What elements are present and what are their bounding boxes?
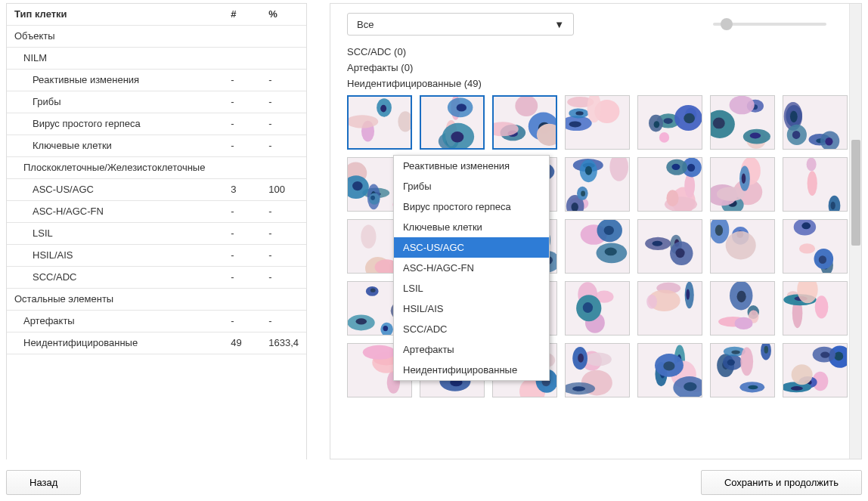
row-percent [261,157,306,179]
filter-dropdown[interactable]: Все ▼ [347,13,574,36]
category-label[interactable]: Артефакты (0) [347,62,849,73]
row-label: Грибы [7,91,223,113]
cell-thumbnail[interactable] [783,95,848,150]
cell-thumbnail[interactable] [565,219,630,274]
svg-point-123 [808,171,817,196]
row-percent: - [261,113,306,135]
slider-thumb[interactable] [721,18,733,30]
svg-point-2 [380,105,386,113]
cell-thumbnail[interactable] [783,219,848,274]
row-label: ASC-US/AGC [7,179,223,201]
back-button[interactable]: Назад [6,470,81,495]
row-label: Вирус простого герпеса [7,113,223,135]
context-menu-item[interactable]: Грибы [394,176,549,196]
scrollbar-thumb[interactable] [851,140,860,246]
row-count: - [223,245,261,267]
svg-point-128 [361,224,376,248]
svg-point-249 [585,352,612,366]
scrollbar[interactable] [849,4,861,459]
svg-point-269 [727,359,735,365]
row-percent [261,48,306,70]
save-continue-button[interactable]: Сохранить и продолжить [701,470,862,495]
category-label[interactable]: SCC/ADC (0) [347,46,849,57]
cell-thumbnail[interactable] [565,157,630,212]
row-count [223,48,261,70]
table-row[interactable]: Ключевые клетки-- [7,135,306,157]
row-label: HSIL/AIS [7,245,223,267]
row-count: - [223,223,261,245]
table-row[interactable]: Объекты [7,26,306,48]
cell-thumbnail[interactable] [637,343,702,397]
context-menu-item[interactable]: Неидентифицированные [394,360,549,380]
cell-thumbnail[interactable] [637,95,702,150]
svg-point-170 [819,255,826,264]
table-row[interactable]: Неидентифицированные491633,4 [7,332,306,354]
context-menu-item[interactable]: Вирус простого герпеса [394,196,549,217]
svg-point-58 [790,111,798,122]
svg-point-276 [748,385,758,390]
context-menu-item[interactable]: Артефакты [394,339,549,360]
cell-thumbnail[interactable] [347,95,412,150]
table-row[interactable]: Вирус простого герпеса-- [7,113,306,135]
cell-thumbnail[interactable] [420,95,485,150]
context-menu-item[interactable]: ASC-US/AGC [394,237,549,258]
table-row[interactable]: Реактивные изменения-- [7,70,306,91]
row-label: Остальные элементы [7,289,223,311]
category-label[interactable]: Неидентифицированные (49) [347,78,849,89]
table-row[interactable]: NILM [7,48,306,70]
table-row[interactable]: Остальные элементы [7,289,306,311]
svg-point-207 [646,295,657,309]
context-menu-item[interactable]: HSIL/AIS [394,298,549,319]
svg-point-284 [791,386,803,391]
cell-thumbnail[interactable] [710,281,775,336]
cell-thumbnail[interactable] [637,157,702,212]
cell-thumbnail[interactable] [637,219,702,274]
context-menu-item[interactable]: Ключевые клетки [394,217,549,237]
svg-point-56 [825,138,832,145]
row-label: LSIL [7,223,223,245]
cell-thumbnail[interactable] [565,343,630,397]
table-row[interactable]: ASC-US/AGC3100 [7,179,306,201]
context-menu-item[interactable]: LSIL [394,278,549,298]
svg-point-101 [581,191,585,196]
svg-point-215 [735,317,753,329]
context-menu-item[interactable]: Реактивные изменения [394,156,549,176]
svg-point-48 [713,118,725,129]
svg-point-125 [831,202,835,210]
table-row[interactable]: ASC-H/AGC-FN-- [7,201,306,223]
svg-point-68 [370,196,375,200]
context-menu-item[interactable]: SCC/ADC [394,319,549,339]
table-row[interactable]: SCC/ADC-- [7,267,306,289]
cell-thumbnail[interactable] [783,343,848,397]
cell-thumbnail[interactable] [565,95,630,150]
table-row[interactable]: Артефакты-- [7,311,306,332]
svg-point-251 [572,386,585,391]
cell-thumbnail[interactable] [565,281,630,336]
svg-point-274 [764,346,769,354]
cell-thumbnail[interactable] [710,219,775,274]
row-count [223,157,261,179]
row-label: Ключевые клетки [7,135,223,157]
table-row[interactable]: Плоскоклеточные/Железистоклеточные [7,157,306,179]
context-menu-item[interactable]: ASC-H/AGC-FN [394,258,549,278]
svg-point-264 [663,361,674,370]
zoom-slider[interactable] [713,23,826,26]
cell-thumbnail[interactable] [637,281,702,336]
row-percent: 1633,4 [261,332,306,354]
table-row[interactable]: LSIL-- [7,223,306,245]
svg-point-126 [807,158,817,171]
row-percent: - [261,311,306,332]
cell-thumbnail[interactable] [492,95,557,150]
svg-point-36 [659,132,669,143]
cell-thumbnail[interactable] [783,281,848,336]
svg-point-287 [820,351,829,357]
svg-point-285 [792,364,813,385]
table-row[interactable]: Грибы-- [7,91,306,113]
cell-thumbnail[interactable] [783,157,848,212]
svg-point-112 [671,164,680,170]
table-row[interactable]: HSIL/AIS-- [7,245,306,267]
cell-thumbnail[interactable] [710,157,775,212]
row-count: 49 [223,332,261,354]
cell-thumbnail[interactable] [710,343,775,397]
cell-thumbnail[interactable] [710,95,775,150]
